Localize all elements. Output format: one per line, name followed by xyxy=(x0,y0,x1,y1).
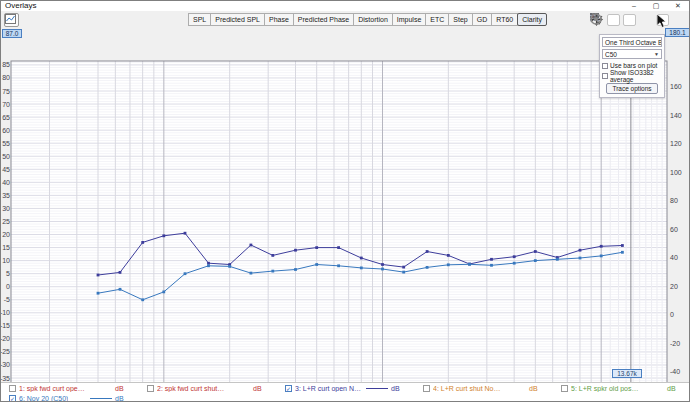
svg-text:-25: -25 xyxy=(1,348,10,355)
tab-spl[interactable]: SPL xyxy=(188,13,211,26)
plot-area[interactable]: 8580757065605550454035302520151050-5-10-… xyxy=(1,28,690,382)
trace-unit: dB xyxy=(667,385,683,392)
svg-text:160: 160 xyxy=(670,83,682,90)
svg-text:-30: -30 xyxy=(1,361,10,368)
trace-options-button[interactable]: Trace options xyxy=(606,83,658,94)
move-crosshair-icon[interactable] xyxy=(639,14,653,27)
trace-visibility-checkbox[interactable] xyxy=(423,385,430,392)
tab-gd[interactable]: GD xyxy=(472,13,493,26)
overlays-window: Overlays – ▢ ✕ SPLPredicted SPLPhasePred… xyxy=(0,0,690,402)
svg-text:40: 40 xyxy=(670,254,678,261)
trace-unit: dB xyxy=(115,385,131,392)
trace-label[interactable]: 5: L+R spkr old pos ... (C50) xyxy=(571,385,639,392)
svg-text:-5: -5 xyxy=(4,296,10,303)
clarity-options-panel: One Third Octave Bands ▼ C50 ▼ Use bars … xyxy=(599,34,665,98)
svg-text:70: 70 xyxy=(2,101,10,108)
trace-visibility-checkbox[interactable]: ✓ xyxy=(285,385,292,392)
svg-text:0: 0 xyxy=(670,311,674,318)
legend-entry: 2: spk fwd curt shut ... (C50)dB xyxy=(139,385,277,392)
trace-line-sample xyxy=(90,398,112,399)
blank-graph-icon[interactable] xyxy=(607,14,620,26)
legend-entry: 4: L+R curt shut Nov ... (C50)dB xyxy=(415,385,553,392)
tab-impulse[interactable]: Impulse xyxy=(392,13,427,26)
svg-text:20: 20 xyxy=(670,283,678,290)
svg-text:30: 30 xyxy=(2,205,10,212)
trace-unit: dB xyxy=(391,385,407,392)
svg-text:60: 60 xyxy=(670,226,678,233)
tab-clarity[interactable]: Clarity xyxy=(517,13,547,26)
svg-text:85: 85 xyxy=(2,61,10,68)
svg-text:-20: -20 xyxy=(670,340,680,347)
legend-entry: 1: spk fwd curt open ... (C50)dB xyxy=(1,385,139,392)
title-bar[interactable]: Overlays – ▢ ✕ xyxy=(1,1,689,11)
svg-text:0: 0 xyxy=(6,283,10,290)
trace-visibility-checkbox[interactable] xyxy=(9,385,16,392)
capture-graph-button[interactable] xyxy=(4,13,19,27)
legend-entry: ✓6: Nov 20 (C50)dB xyxy=(1,395,139,402)
svg-text:10: 10 xyxy=(2,257,10,264)
svg-text:-20: -20 xyxy=(1,335,10,342)
trace-unit: dB xyxy=(253,385,269,392)
maximize-button[interactable]: ▢ xyxy=(645,1,667,11)
trace-unit: dB xyxy=(529,385,545,392)
chevron-down-icon: ▼ xyxy=(654,51,659,57)
legend: 1: spk fwd curt open ... (C50)dB2: spk f… xyxy=(1,382,690,402)
trace-unit: dB xyxy=(115,395,131,402)
svg-text:80: 80 xyxy=(2,74,10,81)
metric-combo-value: C50 xyxy=(605,51,617,58)
trace-visibility-checkbox[interactable] xyxy=(561,385,568,392)
cursor-frequency-field[interactable]: 13.67k xyxy=(612,369,642,378)
trace-label[interactable]: 2: spk fwd curt shut ... (C50) xyxy=(157,385,225,392)
iso3382-average-checkbox[interactable] xyxy=(602,73,608,79)
svg-text:120: 120 xyxy=(670,140,682,147)
svg-text:-10: -10 xyxy=(1,309,10,316)
svg-text:50: 50 xyxy=(2,153,10,160)
tab-step[interactable]: Step xyxy=(448,13,472,26)
svg-text:-40: -40 xyxy=(670,368,680,375)
svg-text:25: 25 xyxy=(2,218,10,225)
close-button[interactable]: ✕ xyxy=(667,1,689,11)
svg-text:40: 40 xyxy=(2,179,10,186)
clarity-chart[interactable]: 8580757065605550454035302520151050-5-10-… xyxy=(1,28,690,402)
svg-text:15: 15 xyxy=(2,244,10,251)
window-title: Overlays xyxy=(5,1,37,10)
svg-text:20: 20 xyxy=(2,231,10,238)
octave-bars-icon[interactable] xyxy=(623,14,636,26)
svg-text:60: 60 xyxy=(2,127,10,134)
svg-text:-15: -15 xyxy=(1,322,10,329)
svg-text:55: 55 xyxy=(2,140,10,147)
trace-line-sample xyxy=(366,388,388,389)
tab-etc[interactable]: ETC xyxy=(425,13,449,26)
tab-phase[interactable]: Phase xyxy=(264,13,294,26)
svg-text:45: 45 xyxy=(2,166,10,173)
toolbar: SPLPredicted SPLPhasePredicted PhaseDist… xyxy=(1,11,689,28)
bands-combo[interactable]: One Third Octave Bands ▼ xyxy=(602,37,662,47)
tab-rt60[interactable]: RT60 xyxy=(491,13,518,26)
window-controls: – ▢ ✕ xyxy=(623,1,689,11)
right-axis-top-limit-field[interactable]: 180.1 xyxy=(665,28,690,37)
trace-visibility-checkbox[interactable] xyxy=(147,385,154,392)
use-bars-checkbox[interactable] xyxy=(602,63,608,69)
minimize-button[interactable]: – xyxy=(623,1,645,11)
trace-visibility-checkbox[interactable]: ✓ xyxy=(9,395,16,402)
tab-predicted-phase[interactable]: Predicted Phase xyxy=(293,13,354,26)
circle-icon[interactable] xyxy=(672,14,686,27)
trace-label[interactable]: 6: Nov 20 (C50) xyxy=(19,395,68,402)
trace-label[interactable]: 3: L+R curt open No... (C50) xyxy=(295,385,363,392)
legend-entry: 5: L+R spkr old pos ... (C50)dB xyxy=(553,385,690,392)
trace-label[interactable]: 4: L+R curt shut Nov ... (C50) xyxy=(433,385,501,392)
bands-combo-value: One Third Octave Bands xyxy=(605,39,662,46)
svg-text:35: 35 xyxy=(2,192,10,199)
svg-text:80: 80 xyxy=(670,197,678,204)
svg-text:100: 100 xyxy=(670,169,682,176)
metric-combo[interactable]: C50 ▼ xyxy=(602,49,662,59)
trace-label[interactable]: 1: spk fwd curt open ... (C50) xyxy=(19,385,87,392)
tab-distortion[interactable]: Distortion xyxy=(353,13,393,26)
left-axis-top-limit-field[interactable]: 87.0 xyxy=(2,29,22,38)
svg-text:140: 140 xyxy=(670,112,682,119)
graph-tabstrip: SPLPredicted SPLPhasePredicted PhaseDist… xyxy=(189,13,547,26)
svg-text:65: 65 xyxy=(2,114,10,121)
toolbar-right-icons xyxy=(590,13,686,27)
tab-predicted-spl[interactable]: Predicted SPL xyxy=(210,13,265,26)
iso3382-average-label: Show ISO3382 average xyxy=(610,69,662,83)
